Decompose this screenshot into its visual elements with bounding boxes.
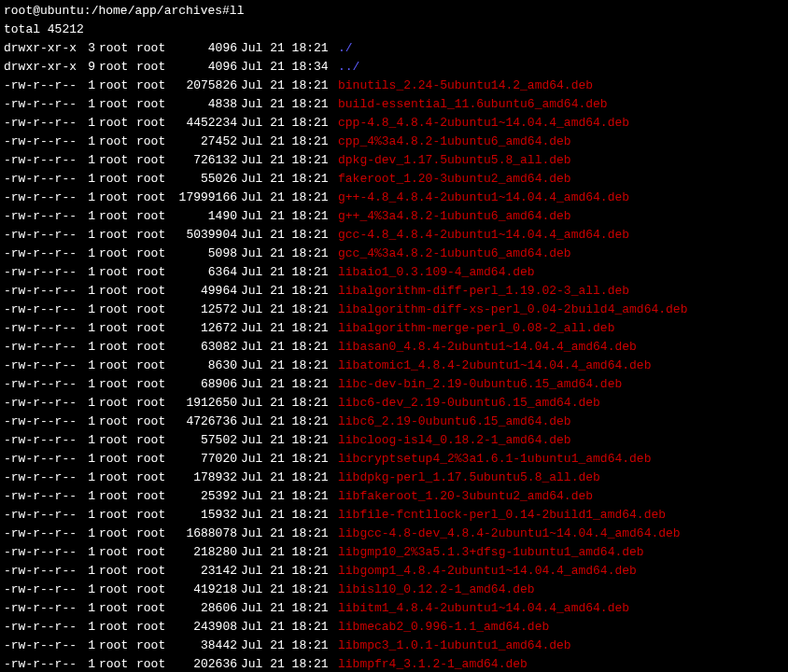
file-owner: root bbox=[95, 618, 133, 637]
file-date: Jul 21 18:21 bbox=[237, 338, 334, 357]
prompt-path: :/home/app/archives# bbox=[84, 2, 230, 21]
file-date: Jul 21 18:21 bbox=[237, 543, 334, 562]
file-perms: -rw-r--r-- bbox=[4, 413, 80, 431]
file-perms: -rw-r--r-- bbox=[4, 263, 80, 282]
file-size: 12672 bbox=[170, 319, 237, 338]
file-owner: root bbox=[95, 375, 133, 394]
file-links: 1 bbox=[80, 543, 95, 562]
file-date: Jul 21 18:21 bbox=[237, 506, 334, 525]
file-group: root bbox=[133, 39, 170, 58]
list-item: -rw-r--r--1rootroot49964Jul 21 18:21liba… bbox=[4, 282, 784, 301]
file-perms: -rw-r--r-- bbox=[4, 207, 80, 226]
file-perms: -rw-r--r-- bbox=[4, 599, 80, 618]
file-links: 1 bbox=[80, 263, 95, 282]
file-size: 4838 bbox=[170, 95, 237, 114]
file-name: fakeroot_1.20-3ubuntu2_amd64.deb bbox=[334, 170, 571, 189]
prompt-line[interactable]: root@ubuntu:/home/app/archives# ll bbox=[4, 2, 784, 21]
file-date: Jul 21 18:21 bbox=[237, 525, 334, 543]
file-links: 1 bbox=[80, 469, 95, 487]
file-owner: root bbox=[95, 170, 133, 189]
file-group: root bbox=[133, 58, 170, 77]
file-name: gcc-4.8_4.8.4-2ubuntu1~14.04.4_amd64.deb bbox=[334, 226, 629, 245]
file-owner: root bbox=[95, 637, 133, 655]
file-date: Jul 21 18:21 bbox=[237, 450, 334, 469]
file-perms: drwxr-xr-x bbox=[4, 39, 80, 58]
file-group: root bbox=[133, 394, 170, 413]
file-links: 1 bbox=[80, 245, 95, 263]
file-name: libc6-dev_2.19-0ubuntu6.15_amd64.deb bbox=[334, 394, 600, 413]
file-group: root bbox=[133, 151, 170, 170]
file-group: root bbox=[133, 431, 170, 450]
list-item: -rw-r--r--1rootroot28606Jul 21 18:21libi… bbox=[4, 599, 784, 618]
file-date: Jul 21 18:21 bbox=[237, 487, 334, 506]
file-group: root bbox=[133, 282, 170, 301]
total-line: total 45212 bbox=[4, 21, 784, 39]
file-links: 1 bbox=[80, 226, 95, 245]
file-date: Jul 21 18:21 bbox=[237, 301, 334, 319]
file-owner: root bbox=[95, 263, 133, 282]
list-item: -rw-r--r--1rootroot5098Jul 21 18:21gcc_4… bbox=[4, 245, 784, 263]
terminal-output: root@ubuntu:/home/app/archives# ll total… bbox=[4, 2, 784, 672]
file-date: Jul 21 18:21 bbox=[237, 151, 334, 170]
file-owner: root bbox=[95, 599, 133, 618]
list-item: -rw-r--r--1rootroot63082Jul 21 18:21liba… bbox=[4, 338, 784, 357]
file-name: libatomic1_4.8.4-2ubuntu1~14.04.4_amd64.… bbox=[334, 357, 651, 375]
list-item: -rw-r--r--1rootroot6364Jul 21 18:21libai… bbox=[4, 263, 784, 282]
file-date: Jul 21 18:21 bbox=[237, 637, 334, 655]
file-links: 1 bbox=[80, 282, 95, 301]
file-name: libmpfr4_3.1.2-1_amd64.deb bbox=[334, 655, 528, 672]
list-item: -rw-r--r--1rootroot8630Jul 21 18:21libat… bbox=[4, 357, 784, 375]
file-owner: root bbox=[95, 469, 133, 487]
file-group: root bbox=[133, 525, 170, 543]
file-links: 9 bbox=[80, 58, 95, 77]
file-size: 202636 bbox=[170, 655, 237, 672]
file-date: Jul 21 18:21 bbox=[237, 375, 334, 394]
file-group: root bbox=[133, 469, 170, 487]
file-group: root bbox=[133, 655, 170, 672]
list-item: -rw-r--r--1rootroot55026Jul 21 18:21fake… bbox=[4, 170, 784, 189]
file-perms: -rw-r--r-- bbox=[4, 357, 80, 375]
list-item: drwxr-xr-x3rootroot4096Jul 21 18:21./ bbox=[4, 39, 784, 58]
file-date: Jul 21 18:21 bbox=[237, 655, 334, 672]
file-size: 28606 bbox=[170, 599, 237, 618]
file-group: root bbox=[133, 450, 170, 469]
file-name: cpp_4%3a4.8.2-1ubuntu6_amd64.deb bbox=[334, 133, 571, 151]
file-links: 1 bbox=[80, 637, 95, 655]
list-item: -rw-r--r--1rootroot1688078Jul 21 18:21li… bbox=[4, 525, 784, 543]
file-date: Jul 21 18:21 bbox=[237, 469, 334, 487]
file-links: 1 bbox=[80, 431, 95, 450]
file-group: root bbox=[133, 375, 170, 394]
file-date: Jul 21 18:21 bbox=[237, 599, 334, 618]
file-owner: root bbox=[95, 319, 133, 338]
file-name: libasan0_4.8.4-2ubuntu1~14.04.4_amd64.de… bbox=[334, 338, 637, 357]
file-size: 23142 bbox=[170, 562, 237, 581]
file-name: libisl10_0.12.2-1_amd64.deb bbox=[334, 581, 535, 599]
file-name: libcryptsetup4_2%3a1.6.1-1ubuntu1_amd64.… bbox=[334, 450, 651, 469]
file-date: Jul 21 18:21 bbox=[237, 189, 334, 207]
file-links: 1 bbox=[80, 413, 95, 431]
file-size: 1688078 bbox=[170, 525, 237, 543]
file-perms: -rw-r--r-- bbox=[4, 431, 80, 450]
file-name: dpkg-dev_1.17.5ubuntu5.8_all.deb bbox=[334, 151, 571, 170]
file-listing: drwxr-xr-x3rootroot4096Jul 21 18:21./drw… bbox=[4, 39, 784, 672]
file-name: libgcc-4.8-dev_4.8.4-2ubuntu1~14.04.4_am… bbox=[334, 525, 681, 543]
file-perms: -rw-r--r-- bbox=[4, 114, 80, 133]
file-owner: root bbox=[95, 357, 133, 375]
file-date: Jul 21 18:21 bbox=[237, 357, 334, 375]
list-item: -rw-r--r--1rootroot5039904Jul 21 18:21gc… bbox=[4, 226, 784, 245]
list-item: -rw-r--r--1rootroot17999166Jul 21 18:21g… bbox=[4, 189, 784, 207]
file-size: 4726736 bbox=[170, 413, 237, 431]
file-date: Jul 21 18:21 bbox=[237, 431, 334, 450]
file-date: Jul 21 18:21 bbox=[237, 581, 334, 599]
file-owner: root bbox=[95, 207, 133, 226]
file-owner: root bbox=[95, 151, 133, 170]
list-item: -rw-r--r--1rootroot12572Jul 21 18:21liba… bbox=[4, 301, 784, 319]
file-date: Jul 21 18:21 bbox=[237, 39, 334, 58]
list-item: -rw-r--r--1rootroot57502Jul 21 18:21libc… bbox=[4, 431, 784, 450]
file-name: gcc_4%3a4.8.2-1ubuntu6_amd64.deb bbox=[334, 245, 571, 263]
file-links: 1 bbox=[80, 525, 95, 543]
file-group: root bbox=[133, 599, 170, 618]
list-item: -rw-r--r--1rootroot178932Jul 21 18:21lib… bbox=[4, 469, 784, 487]
list-item: -rw-r--r--1rootroot1490Jul 21 18:21g++_4… bbox=[4, 207, 784, 226]
prompt-user-host: root@ubuntu bbox=[4, 2, 84, 21]
